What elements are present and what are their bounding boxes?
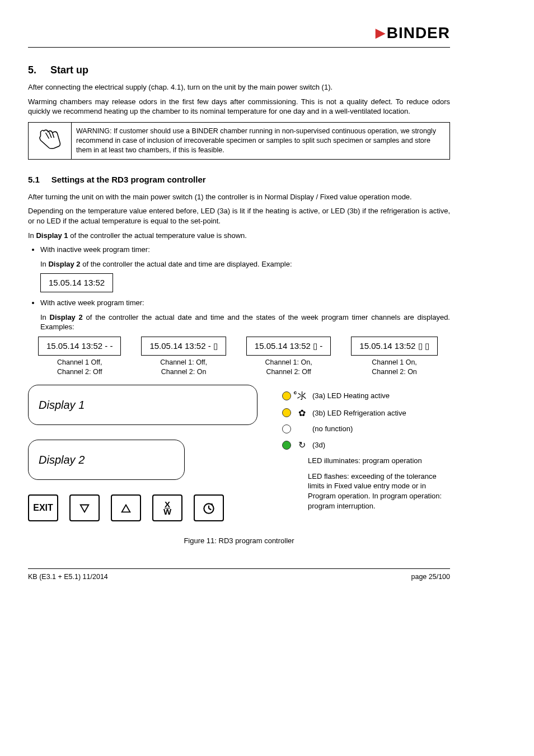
- header-logo-row: ▶ BINDER: [28, 22, 450, 44]
- sub-p3: In Display 1 of the controller the actua…: [28, 231, 450, 241]
- triangle-up-icon: [120, 502, 132, 514]
- example-4: 15.05.14 13:52 ▯ ▯ Channel 1 On,Channel …: [351, 337, 437, 377]
- section-title: Start up: [50, 64, 88, 76]
- led-nofunc-row: (no function): [282, 424, 450, 434]
- bullet-active-timer: With active week program timer: In Displ…: [40, 298, 450, 332]
- footer-rule: [28, 568, 450, 569]
- led-3b-label: (3b) LED Refrigeration active: [312, 408, 406, 418]
- display-2-panel: Display 2: [28, 440, 185, 480]
- warning-icon-cell: [29, 122, 72, 159]
- bullet2-sub: In Display 2 of the controller the actua…: [40, 312, 450, 332]
- bullet1-sub: In Display 2 of the controller the actua…: [40, 259, 450, 269]
- section-heading: 5. Start up: [28, 63, 450, 77]
- led-3b-row: ✿ (3b) LED Refrigeration active: [282, 407, 450, 419]
- led-3d-label: (3d): [312, 440, 325, 450]
- example-box-single: 15.05.14 13:52: [40, 273, 113, 292]
- example-3-box: 15.05.14 13:52 ▯ -: [246, 337, 331, 356]
- triangle-down-icon: [78, 502, 91, 514]
- example-2: 15.05.14 13:52 - ▯ Channel 1: Off,Channe…: [141, 337, 226, 377]
- logo-triangle-icon: ▶: [376, 25, 386, 41]
- hand-pointer-icon: [36, 126, 63, 153]
- example-1: 15.05.14 13:52 - - Channel 1 Off,Channel…: [38, 337, 121, 377]
- section-number: 5.: [28, 64, 36, 76]
- led-3a-label: (3a) LED Heating active: [312, 391, 390, 401]
- gear-icon: ✿: [297, 407, 307, 419]
- footer-left: KB (E3.1 + E5.1) 11/2014: [28, 572, 108, 582]
- heating-icon: ꙴ⺢: [297, 390, 307, 402]
- subsection-number: 5.1: [28, 175, 40, 184]
- led-3d-note1: LED illuminates: program operation: [308, 456, 450, 466]
- led-3d-row: ↻ (3d): [282, 439, 450, 451]
- controller-diagram: Display 1 Display 2 EXIT XW: [28, 385, 450, 521]
- xw-button[interactable]: XW: [152, 494, 182, 521]
- subsection-heading: 5.1 Settings at the RD3 program controll…: [28, 174, 450, 185]
- bullet-inactive-timer: With inactive week program timer: In Dis…: [40, 245, 450, 292]
- clock-icon: [202, 501, 216, 515]
- example-1-box: 15.05.14 13:52 - -: [38, 337, 121, 356]
- display-1-panel: Display 1: [28, 385, 257, 425]
- up-button[interactable]: [111, 494, 141, 521]
- led-off-icon: [282, 424, 291, 433]
- subsection-title: Settings at the RD3 program controller: [51, 175, 206, 184]
- sub-p2: Depending on the temperature value enter…: [28, 206, 450, 226]
- warning-box: WARNING: If customer should use a BINDER…: [28, 122, 450, 160]
- down-button[interactable]: [69, 494, 100, 521]
- clock-small-icon: ↻: [297, 439, 307, 451]
- intro-p1: After connecting the electrical supply (…: [28, 82, 450, 92]
- example-2-box: 15.05.14 13:52 - ▯: [141, 337, 226, 356]
- brand-logo: ▶ BINDER: [376, 22, 450, 44]
- footer-right: page 25/100: [411, 572, 450, 582]
- led-3d-note2: LED flashes: exceeding of the tolerance …: [308, 472, 450, 511]
- figure-caption: Figure 11: RD3 program controller: [28, 536, 450, 546]
- examples-row: 15.05.14 13:52 - - Channel 1 Off,Channel…: [38, 337, 450, 377]
- warning-text: WARNING: If customer should use a BINDER…: [72, 122, 450, 159]
- intro-p2: Warming chambers may release odors in th…: [28, 97, 450, 116]
- led-nofunc-label: (no function): [312, 424, 353, 434]
- sub-p1: After turning the unit on with the main …: [28, 192, 450, 202]
- led-yellow-icon: [282, 391, 291, 400]
- led-3a-row: ꙴ⺢ (3a) LED Heating active: [282, 390, 450, 402]
- button-row: EXIT XW: [28, 494, 269, 521]
- page-footer: KB (E3.1 + E5.1) 11/2014 page 25/100: [28, 572, 450, 582]
- exit-button[interactable]: EXIT: [28, 494, 58, 521]
- header-rule: [28, 47, 450, 48]
- brand-text: BINDER: [387, 22, 450, 44]
- led-yellow-icon: [282, 408, 291, 417]
- led-green-icon: [282, 441, 291, 450]
- example-3: 15.05.14 13:52 ▯ - Channel 1: On,Channel…: [246, 337, 331, 377]
- example-4-box: 15.05.14 13:52 ▯ ▯: [351, 337, 437, 356]
- clock-button[interactable]: [194, 494, 224, 521]
- svg-point-1: [211, 503, 213, 505]
